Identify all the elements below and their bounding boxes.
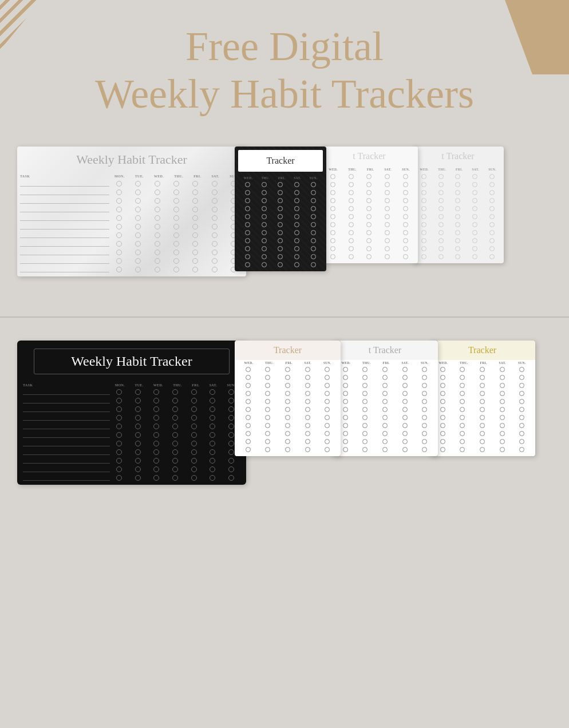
col-task-label: TASK [23, 383, 110, 387]
habit-row [433, 375, 532, 380]
habit-row [433, 439, 532, 444]
habit-row [324, 254, 414, 259]
habit-row [23, 449, 240, 455]
card-white2-header: t Tracker [321, 147, 418, 166]
habit-row [23, 432, 240, 438]
col-days-labels: WED. THU. FRI. SAT. SUN. [239, 176, 322, 180]
habit-row [324, 190, 414, 195]
card-brown-rows [235, 366, 341, 456]
habit-row [335, 431, 434, 436]
habit-row [23, 415, 240, 421]
habit-row [238, 447, 337, 452]
card-white3-col-headers: WED. THU. FRI. SAT. SUN. [412, 166, 504, 173]
col-days-labels: MON. TUE. WED. THU. FRI. SAT. SUN. [110, 383, 240, 387]
habit-row [238, 391, 337, 396]
habit-row [335, 415, 434, 420]
habit-row [239, 238, 322, 243]
row1-section: Weekly Habit Tracker TASK MON. TUE. WED.… [0, 135, 569, 311]
habit-row [324, 198, 414, 203]
habit-row [416, 254, 500, 259]
card-marble-title: Weekly Habit Tracker [76, 152, 187, 167]
habit-row [239, 230, 322, 235]
card-dark-rows [17, 388, 246, 485]
card-black: Tracker WED. THU. FRI. SAT. SUN. [235, 147, 326, 271]
habit-row [416, 230, 500, 235]
card-gold: Tracker WED. THU. FRI. SAT. SUN. [429, 341, 535, 456]
card-white3-title: t Tracker [441, 151, 474, 161]
card-white2-col-headers: WED. THU. FRI. SAT. SUN. [321, 166, 418, 173]
habit-row [23, 458, 240, 464]
card-green: t Tracker WED. THU. FRI. SAT. SUN. [332, 341, 438, 456]
card-dark-col-headers: TASK MON. TUE. WED. THU. FRI. SAT. SUN. [17, 382, 246, 388]
habit-row [20, 189, 243, 195]
habit-row [238, 407, 337, 412]
habit-row [335, 447, 434, 452]
card-black-rows [235, 181, 326, 271]
habit-row [416, 214, 500, 219]
header-title: Free Digital Weekly Habit Trackers [11, 23, 558, 118]
card-brown-col-headers: WED. THU. FRI. SAT. SUN. [235, 360, 341, 366]
card-marble-col-headers: TASK MON. TUE. WED. THU. FRI. SAT. SUN. [17, 173, 246, 180]
card-white3-rows [412, 173, 504, 263]
habit-row [238, 423, 337, 428]
header: Free Digital Weekly Habit Trackers [0, 0, 569, 135]
card-white2: t Tracker WED. THU. FRI. SAT. SUN. [321, 147, 418, 263]
habit-row [23, 466, 240, 472]
habit-row [335, 439, 434, 444]
card-green-title: t Tracker [369, 345, 401, 355]
card-dark: Weekly Habit Tracker TASK MON. TUE. WED.… [17, 341, 246, 485]
card-dark-title-wrapper: Weekly Habit Tracker [34, 349, 230, 374]
habit-row [416, 246, 500, 251]
habit-row [416, 190, 500, 195]
card-gold-title: Tracker [468, 345, 496, 355]
habit-row [335, 383, 434, 388]
habit-row [416, 198, 500, 203]
habit-row [335, 367, 434, 372]
card-white3-header: t Tracker [412, 147, 504, 166]
habit-row [238, 439, 337, 444]
card-black-title: Tracker [266, 156, 294, 166]
habit-row [324, 174, 414, 179]
habit-row [324, 230, 414, 235]
habit-row [239, 190, 322, 195]
habit-row [238, 375, 337, 380]
habit-row [335, 399, 434, 404]
col-days-labels: WED. THU. FRI. SAT. SUN. [323, 168, 415, 171]
habit-row [239, 262, 322, 267]
card-white2-rows [321, 173, 418, 263]
habit-row [20, 232, 243, 238]
card-green-rows [332, 366, 438, 456]
habit-row [238, 399, 337, 404]
card-marble-rows [17, 180, 246, 276]
habit-row [239, 222, 322, 227]
card-gold-col-headers: WED. THU. FRI. SAT. SUN. [429, 360, 535, 366]
habit-row [239, 182, 322, 187]
card-dark-title: Weekly Habit Tracker [46, 354, 218, 369]
habit-row [433, 383, 532, 388]
card-black-header: Tracker [238, 150, 323, 172]
habit-row [416, 182, 500, 187]
card-brown-title: Tracker [274, 345, 302, 355]
habit-row [20, 267, 243, 272]
col-days-labels: WED. THU. FRI. SAT. SUN. [415, 168, 501, 171]
card-brown: Tracker WED. THU. FRI. SAT. SUN. [235, 341, 341, 456]
habit-row [238, 383, 337, 388]
divider [0, 316, 569, 318]
habit-row [335, 375, 434, 380]
habit-row [20, 198, 243, 204]
col-task-label: TASK [20, 175, 109, 178]
habit-row [23, 398, 240, 403]
habit-row [335, 407, 434, 412]
habit-row [416, 174, 500, 179]
habit-row [23, 424, 240, 429]
habit-row [238, 431, 337, 436]
habit-row [20, 258, 243, 264]
habit-row [239, 254, 322, 259]
habit-row [23, 441, 240, 446]
habit-row [433, 399, 532, 404]
habit-row [238, 367, 337, 372]
habit-row [20, 207, 243, 212]
habit-row [433, 407, 532, 412]
card-dark-header: Weekly Habit Tracker [17, 341, 246, 382]
habit-row [324, 206, 414, 211]
